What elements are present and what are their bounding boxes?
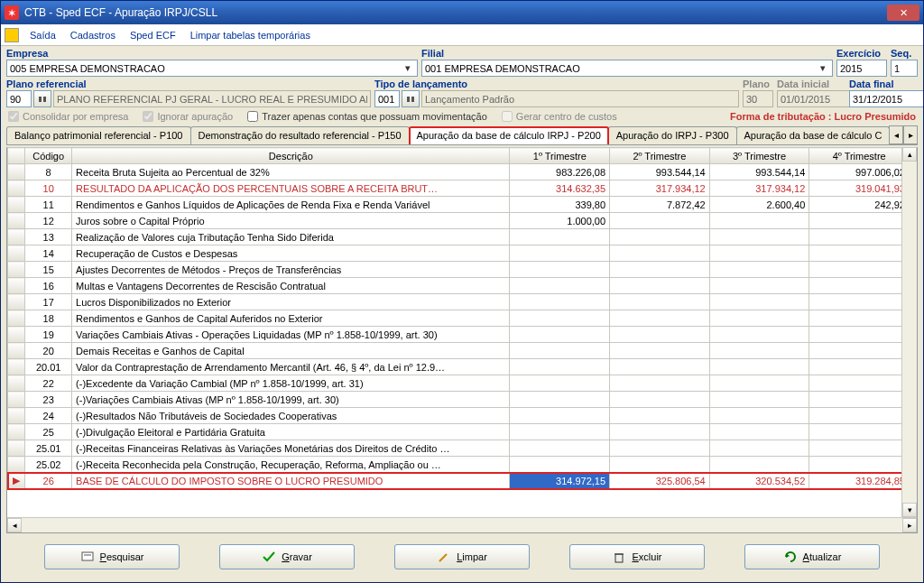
table-row[interactable]: 25.01(-)Receitas Financeiras Relativas à… — [8, 440, 902, 457]
cell-trimestre[interactable] — [709, 294, 809, 310]
cell-trimestre[interactable] — [610, 392, 710, 408]
cell-trimestre[interactable] — [709, 278, 809, 294]
cell-codigo[interactable]: 19 — [25, 327, 72, 343]
cell-trimestre[interactable] — [610, 294, 710, 310]
cell-descricao[interactable]: Rendimentos e Ganhos de Capital Auferido… — [72, 310, 510, 327]
cell-codigo[interactable]: 16 — [25, 278, 72, 294]
cell-descricao[interactable]: RESULTADO DA APLICAÇÃO DOS PERCENTUAIS S… — [72, 180, 510, 197]
scroll-track[interactable] — [22, 518, 902, 532]
cell-trimestre[interactable] — [809, 457, 901, 473]
cell-descricao[interactable]: Rendimentos e Ganhos Líquidos de Aplicaç… — [72, 197, 510, 213]
cell-trimestre[interactable]: 242,92 — [809, 197, 901, 213]
cell-codigo[interactable]: 13 — [25, 229, 72, 245]
cell-trimestre[interactable]: 317.934,12 — [610, 180, 710, 197]
cell-trimestre[interactable] — [610, 213, 710, 229]
cell-trimestre[interactable]: 314.972,15 — [510, 473, 610, 489]
tab-scroll-left[interactable]: ◂ — [889, 125, 903, 144]
cell-trimestre[interactable] — [709, 408, 809, 424]
table-row[interactable]: 12Juros sobre o Capital Próprio1.000,00 — [8, 213, 902, 229]
cell-trimestre[interactable]: 983.226,08 — [510, 164, 610, 180]
table-row[interactable]: 20Demais Receitas e Ganhos de Capital — [8, 343, 902, 359]
cell-trimestre[interactable] — [610, 440, 710, 457]
pesquisar-button[interactable]: Pesquisar — [44, 544, 180, 569]
close-button[interactable]: ✕ — [887, 5, 919, 21]
table-row[interactable]: 25(-)Divulgação Eleitoral e Partidária G… — [8, 424, 902, 440]
cell-codigo[interactable]: 26 — [25, 473, 72, 489]
cell-trimestre[interactable] — [510, 343, 610, 359]
cell-trimestre[interactable] — [610, 245, 710, 262]
tab-p150[interactable]: Demonstração do resultado referencial - … — [190, 126, 410, 145]
combo-empresa[interactable]: 005 EMPRESA DEMONSTRACAO ▾ — [6, 60, 418, 77]
cell-descricao[interactable]: Multas e Vantagens Decorrentes de Rescis… — [72, 278, 510, 294]
cell-trimestre[interactable] — [709, 229, 809, 245]
cell-descricao[interactable]: (-)Resultados Não Tributáveis de Socieda… — [72, 408, 510, 424]
tab-scroll-right[interactable]: ▸ — [903, 125, 918, 144]
cell-trimestre[interactable] — [510, 245, 610, 262]
menu-limpar-tabelas[interactable]: Limpar tabelas temporárias — [183, 24, 318, 45]
cell-descricao[interactable]: Demais Receitas e Ganhos de Capital — [72, 343, 510, 359]
excluir-button[interactable]: Excluir — [569, 544, 705, 569]
cell-descricao[interactable]: Lucros Disponibilizados no Exterior — [72, 294, 510, 310]
table-row[interactable]: 11Rendimentos e Ganhos Líquidos de Aplic… — [8, 197, 902, 213]
cell-trimestre[interactable] — [510, 408, 610, 424]
cell-trimestre[interactable] — [709, 310, 809, 327]
scroll-down-button[interactable]: ▾ — [902, 503, 917, 517]
cell-trimestre[interactable] — [610, 343, 710, 359]
cell-trimestre[interactable] — [510, 294, 610, 310]
cell-trimestre[interactable]: 997.006,02 — [809, 164, 901, 180]
tab-p100[interactable]: Balanço patrimonial referencial - P100 — [6, 126, 191, 145]
lookup-plano-ref-button[interactable] — [33, 90, 51, 107]
cell-descricao[interactable]: Juros sobre o Capital Próprio — [72, 213, 510, 229]
cell-trimestre[interactable] — [709, 424, 809, 440]
cell-trimestre[interactable] — [809, 310, 901, 327]
cell-trimestre[interactable] — [610, 310, 710, 327]
scroll-right-button[interactable]: ▸ — [902, 518, 917, 532]
col-header[interactable]: Código — [25, 148, 72, 164]
cell-trimestre[interactable]: 2.600,40 — [709, 197, 809, 213]
col-header[interactable]: Descrição — [72, 148, 510, 164]
col-header[interactable]: 1º Trimestre — [510, 148, 610, 164]
input-data-final[interactable] — [849, 90, 923, 107]
cell-descricao[interactable]: (-)Variações Cambiais Ativas (MP nº 1.85… — [72, 392, 510, 408]
cell-trimestre[interactable] — [610, 229, 710, 245]
cell-descricao[interactable]: Receita Bruta Sujeita ao Percentual de 3… — [72, 164, 510, 180]
cell-codigo[interactable]: 14 — [25, 245, 72, 262]
cell-codigo[interactable]: 23 — [25, 392, 72, 408]
cell-codigo[interactable]: 20 — [25, 343, 72, 359]
cell-trimestre[interactable] — [510, 424, 610, 440]
cell-trimestre[interactable] — [709, 327, 809, 343]
table-row[interactable]: 10RESULTADO DA APLICAÇÃO DOS PERCENTUAIS… — [8, 180, 902, 197]
combo-filial[interactable]: 001 EMPRESA DEMONSTRACAO ▾ — [421, 60, 833, 77]
cell-codigo[interactable]: 20.01 — [25, 359, 72, 375]
cell-trimestre[interactable] — [709, 375, 809, 392]
cell-trimestre[interactable] — [610, 375, 710, 392]
menu-sped-ecf[interactable]: Sped ECF — [123, 24, 183, 45]
cell-trimestre[interactable] — [809, 327, 901, 343]
cell-trimestre[interactable] — [709, 440, 809, 457]
cell-trimestre[interactable]: 1.000,00 — [510, 213, 610, 229]
table-row[interactable]: 22(-)Excedente da Variação Cambial (MP n… — [8, 375, 902, 392]
cell-trimestre[interactable] — [809, 343, 901, 359]
input-plano-ref-code[interactable] — [6, 90, 32, 107]
col-header[interactable]: 4º Trimestre — [809, 148, 901, 164]
cell-trimestre[interactable] — [709, 213, 809, 229]
table-row[interactable]: 16Multas e Vantagens Decorrentes de Resc… — [8, 278, 902, 294]
cell-trimestre[interactable]: 319.284,85 — [809, 473, 901, 489]
cell-trimestre[interactable] — [809, 440, 901, 457]
col-header[interactable]: 2º Trimestre — [610, 148, 710, 164]
cell-trimestre[interactable] — [709, 457, 809, 473]
cell-trimestre[interactable] — [709, 262, 809, 278]
table-row[interactable]: 23(-)Variações Cambiais Ativas (MP nº 1.… — [8, 392, 902, 408]
horizontal-scrollbar[interactable]: ◂ ▸ — [7, 517, 917, 532]
cell-trimestre[interactable]: 993.544,14 — [709, 164, 809, 180]
table-row[interactable]: 14Recuperação de Custos e Despesas — [8, 245, 902, 262]
cell-trimestre[interactable] — [709, 245, 809, 262]
cell-trimestre[interactable] — [809, 408, 901, 424]
table-row[interactable]: 19Variações Cambiais Ativas - Operações … — [8, 327, 902, 343]
cell-trimestre[interactable] — [709, 343, 809, 359]
cell-codigo[interactable]: 25.01 — [25, 440, 72, 457]
cell-trimestre[interactable] — [809, 262, 901, 278]
cell-codigo[interactable]: 10 — [25, 180, 72, 197]
cell-codigo[interactable]: 12 — [25, 213, 72, 229]
cell-descricao[interactable]: Realização de Valores cuja Tributação Te… — [72, 229, 510, 245]
